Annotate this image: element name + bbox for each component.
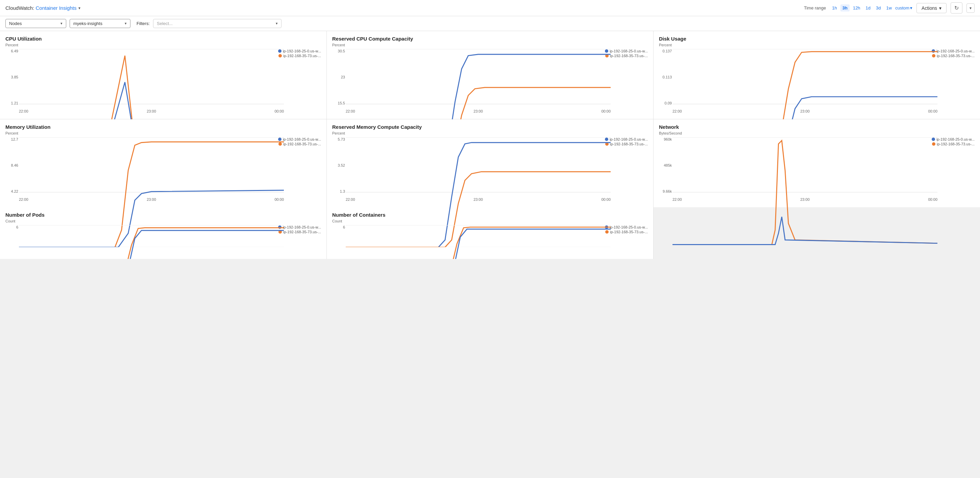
time-range-options: 1h 3h 12h 1d 3d 1w custom ▾ [830, 5, 912, 11]
dashboard-grid: CPU Utilization Percent ip-192-168-25-0.… [0, 31, 980, 207]
chart-svg-net [673, 137, 937, 247]
time-option-1h[interactable]: 1h [830, 5, 839, 11]
chart-unit-rmem: Percent [332, 131, 648, 135]
y-labels-rmem: 5.73 3.52 1.3 [332, 137, 345, 193]
y-labels-cpu: 6.49 3.85 1.21 [5, 49, 18, 105]
chart-title-disk: Disk Usage [659, 36, 975, 41]
x-labels-cpu: 22:00 23:00 00:00 [19, 109, 284, 113]
legend-text-orange-net: ip-192-168-35-73.us-... [937, 142, 975, 146]
chart-area-rmem: ip-192-168-25-0.us-w... ip-192-168-35-73… [332, 137, 648, 201]
actions-button[interactable]: Actions ▾ [916, 3, 947, 13]
chart-unit-net: Bytes/Second [659, 131, 975, 135]
legend-containers: ip-192-168-25-0.us-w... ip-192-168-35-73… [605, 225, 648, 234]
x-labels-disk: 22:00 23:00 00:00 [673, 109, 937, 113]
refresh-dropdown-icon: ▾ [969, 6, 972, 11]
legend-pods: ip-192-168-25-0.us-w... ip-192-168-35-73… [278, 225, 321, 234]
chart-title-rcpu: Reserved CPU Compute Capacity [332, 36, 648, 41]
cluster-arrow-icon: ▾ [125, 21, 127, 26]
chart-unit-cpu: Percent [5, 43, 321, 47]
legend-text-blue-disk: ip-192-168-25-0.us-w... [936, 49, 975, 53]
legend-text-orange-rmem: ip-192-168-35-73.us-... [610, 142, 648, 146]
resource-type-arrow-icon: ▾ [60, 21, 62, 26]
time-option-12h[interactable]: 12h [851, 5, 862, 11]
legend-text-blue-mem: ip-192-168-25-0.us-w... [283, 137, 321, 141]
app-name: CloudWatch: [5, 5, 34, 11]
y-labels-containers: 6 0 [332, 225, 345, 259]
x-labels-net: 22:00 23:00 00:00 [673, 198, 937, 201]
x-labels-rmem: 22:00 23:00 00:00 [346, 198, 611, 201]
resource-type-select[interactable]: Nodes ▾ [5, 19, 66, 28]
chart-title-rmem: Reserved Memory Compute Capacity [332, 124, 648, 130]
legend-text-blue-pods: ip-192-168-25-0.us-w... [283, 225, 321, 229]
header-left: CloudWatch: Container Insights ▾ [5, 5, 80, 11]
actions-chevron-icon: ▾ [939, 5, 942, 11]
y-labels-rcpu: 30.5 23 15.5 [332, 49, 345, 105]
x-labels-mem: 22:00 23:00 00:00 [19, 198, 284, 201]
chart-svg-containers [346, 225, 611, 259]
chart-area-containers: ip-192-168-25-0.us-w... ip-192-168-35-73… [332, 225, 648, 259]
legend-text-blue-net: ip-192-168-25-0.us-w... [936, 137, 975, 141]
header: CloudWatch: Container Insights ▾ Time ra… [0, 0, 980, 16]
x-labels-rcpu: 22:00 23:00 00:00 [346, 109, 611, 113]
filters-label: Filters: [137, 21, 150, 26]
legend-net: ip-192-168-25-0.us-w... ip-192-168-35-73… [932, 137, 975, 147]
legend-text-orange-cpu: ip-192-168-35-73.us-... [283, 54, 321, 58]
chart-reserved-memory: Reserved Memory Compute Capacity Percent… [327, 120, 653, 207]
refresh-button[interactable]: ↻ [951, 2, 963, 14]
filters-placeholder: Select... [157, 21, 173, 26]
chart-area-cpu: ip-192-168-25-0.us-w... ip-192-168-35-73… [5, 49, 321, 113]
legend-text-blue-cpu: ip-192-168-25-0.us-w... [283, 49, 321, 53]
time-option-1d[interactable]: 1d [864, 5, 873, 11]
chart-network: Network Bytes/Second ip-192-168-25-0.us-… [654, 120, 980, 207]
legend-text-orange-disk: ip-192-168-35-73.us-... [937, 54, 975, 58]
chart-area-mem: ip-192-168-25-0.us-w... ip-192-168-35-73… [5, 137, 321, 201]
time-option-1w[interactable]: 1w [885, 5, 894, 11]
chart-reserved-cpu: Reserved CPU Compute Capacity Percent ip… [327, 31, 653, 119]
time-option-3h[interactable]: 3h [840, 5, 850, 11]
legend-rcpu: ip-192-168-25-0.us-w... ip-192-168-35-73… [605, 49, 648, 59]
chart-cpu-utilization: CPU Utilization Percent ip-192-168-25-0.… [0, 31, 326, 119]
chart-unit-disk: Percent [659, 43, 975, 47]
y-labels-disk: 0.137 0.113 0.09 [659, 49, 672, 105]
chart-svg-pods [19, 225, 284, 259]
header-right: Time range 1h 3h 12h 1d 3d 1w custom ▾ A… [804, 2, 975, 14]
chart-memory-utilization: Memory Utilization Percent ip-192-168-25… [0, 120, 326, 207]
legend-cpu: ip-192-168-25-0.us-w... ip-192-168-35-73… [278, 49, 321, 59]
legend-mem: ip-192-168-25-0.us-w... ip-192-168-35-73… [278, 137, 321, 147]
time-option-3d[interactable]: 3d [874, 5, 883, 11]
chart-disk-usage: Disk Usage Percent ip-192-168-25-0.us-w.… [654, 31, 980, 119]
chart-unit-mem: Percent [5, 131, 321, 135]
chart-area-rcpu: ip-192-168-25-0.us-w... ip-192-168-35-73… [332, 49, 648, 113]
cluster-value: myeks-insights [73, 21, 102, 26]
filter-bar: Nodes ▾ myeks-insights ▾ Filters: Select… [0, 16, 980, 31]
legend-text-orange-rcpu: ip-192-168-35-73.us-... [610, 54, 648, 58]
chart-area-net: ip-192-168-25-0.us-w... ip-192-168-35-73… [659, 137, 975, 201]
chart-title-cpu: CPU Utilization [5, 36, 321, 41]
header-chevron-icon[interactable]: ▾ [78, 6, 80, 11]
y-labels-mem: 12.7 8.46 4.22 [5, 137, 18, 193]
refresh-icon: ↻ [954, 5, 959, 11]
cluster-select[interactable]: myeks-insights ▾ [70, 19, 130, 28]
insights-link[interactable]: Container Insights [35, 5, 76, 11]
refresh-dropdown-button[interactable]: ▾ [966, 3, 975, 13]
filters-select[interactable]: Select... ▾ [153, 19, 282, 28]
chart-title-net: Network [659, 124, 975, 130]
resource-type-value: Nodes [9, 21, 22, 26]
legend-text-blue-rmem: ip-192-168-25-0.us-w... [609, 137, 648, 141]
y-labels-pods: 6 0 [5, 225, 18, 259]
legend-text-blue-containers: ip-192-168-25-0.us-w... [609, 225, 648, 229]
legend-disk: ip-192-168-25-0.us-w... ip-192-168-35-73… [932, 49, 975, 59]
chart-unit-rcpu: Percent [332, 43, 648, 47]
filters-arrow-icon: ▾ [276, 21, 278, 26]
app-title: CloudWatch: Container Insights [5, 5, 76, 11]
legend-text-orange-containers: ip-192-168-35-73.us-... [610, 230, 648, 234]
legend-text-orange-mem: ip-192-168-35-73.us-... [283, 142, 321, 146]
time-range-label: Time range [804, 5, 826, 11]
chart-area-disk: ip-192-168-25-0.us-w... ip-192-168-35-73… [659, 49, 975, 113]
chart-area-pods: ip-192-168-25-0.us-w... ip-192-168-35-73… [5, 225, 321, 259]
chart-title-mem: Memory Utilization [5, 124, 321, 130]
y-labels-net: 960k 485k 9.66k [659, 137, 672, 193]
legend-text-orange-pods: ip-192-168-35-73.us-... [283, 230, 321, 234]
legend-text-blue-rcpu: ip-192-168-25-0.us-w... [609, 49, 648, 53]
time-option-custom[interactable]: custom ▾ [895, 5, 912, 11]
